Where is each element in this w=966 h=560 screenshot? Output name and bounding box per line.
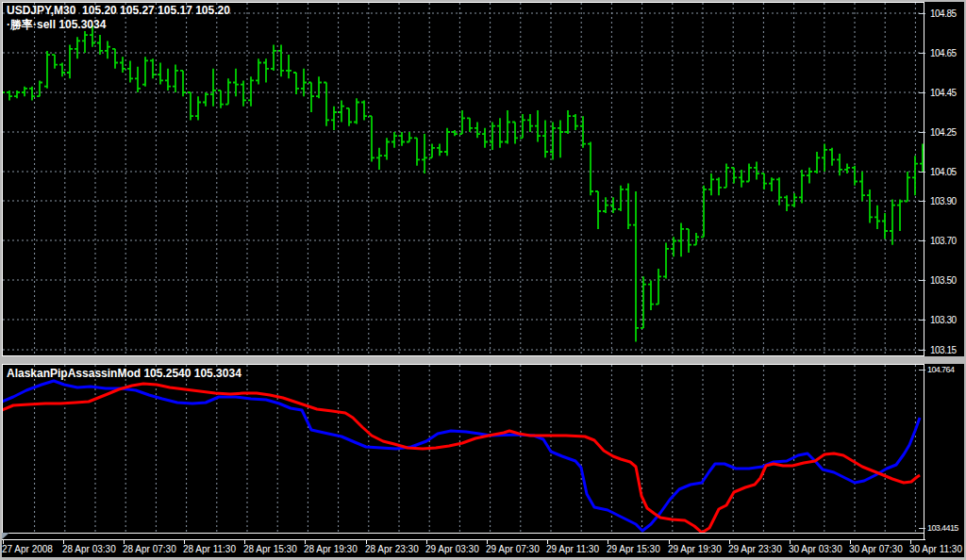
time-label: 29 Apr 15:30: [607, 544, 660, 554]
time-label: 30 Apr 07:30: [849, 544, 903, 554]
price-tick: [919, 280, 925, 281]
price-label: 103.90: [930, 196, 957, 206]
price-tick: [919, 92, 925, 93]
time-label: 29 Apr 11:30: [546, 544, 599, 554]
indicator-canvas[interactable]: [3, 365, 924, 533]
time-label: 27 Apr 2008: [2, 544, 53, 554]
time-label: 29 Apr 03:30: [425, 544, 479, 554]
indicator-scale-label: 103.4415: [927, 523, 958, 533]
price-tick: [919, 132, 925, 133]
time-label: 29 Apr 07:30: [486, 544, 540, 554]
main-chart-canvas[interactable]: [3, 3, 924, 355]
time-label: 28 Apr 07:30: [123, 544, 176, 554]
price-tick: [919, 240, 925, 241]
price-label: 104.25: [930, 127, 957, 138]
indicator-title: AlaskanPipAssassinMod 105.2540 105.3034: [7, 367, 242, 380]
price-label: 103.70: [930, 236, 957, 246]
price-tick: [919, 172, 925, 173]
price-label: 103.15: [930, 345, 957, 355]
time-label: 28 Apr 03:30: [62, 544, 116, 554]
ea-comment: ·勝率·sell 105.3034: [7, 17, 106, 33]
price-label: 103.30: [930, 315, 957, 325]
price-label: 104.65: [930, 48, 957, 58]
time-label: 28 Apr 15:30: [243, 544, 297, 554]
time-label: 30 Apr 11:30: [909, 544, 962, 554]
price-tick: [919, 528, 925, 529]
time-label: 28 Apr 23:30: [365, 544, 419, 554]
price-label: 104.05: [930, 167, 957, 177]
price-scale[interactable]: 104.85104.65104.45104.25104.05103.90103.…: [921, 0, 966, 560]
price-tick: [919, 370, 925, 371]
price-label: 104.45: [930, 88, 957, 98]
price-tick: [919, 53, 925, 54]
indicator-scale-label: 104.764: [927, 365, 954, 374]
scroll-marker-icon: [1, 533, 9, 540]
price-tick: [919, 350, 925, 351]
price-label: 103.50: [930, 275, 957, 286]
time-label: 29 Apr 19:30: [668, 544, 722, 554]
price-tick: [919, 201, 925, 202]
price-tick: [919, 13, 925, 14]
time-axis[interactable]: 27 Apr 200828 Apr 03:3028 Apr 07:3028 Ap…: [0, 539, 966, 560]
chart-title: USDJPY,M30 105.20 105.27 105.17 105.20: [7, 4, 230, 17]
time-label: 30 Apr 03:30: [789, 544, 842, 554]
price-tick: [919, 320, 925, 321]
time-label: 29 Apr 23:30: [728, 544, 782, 554]
time-label: 28 Apr 19:30: [304, 544, 358, 554]
time-label: 28 Apr 11:30: [183, 544, 236, 554]
price-label: 104.85: [930, 8, 957, 19]
panel-splitter[interactable]: [0, 356, 966, 364]
